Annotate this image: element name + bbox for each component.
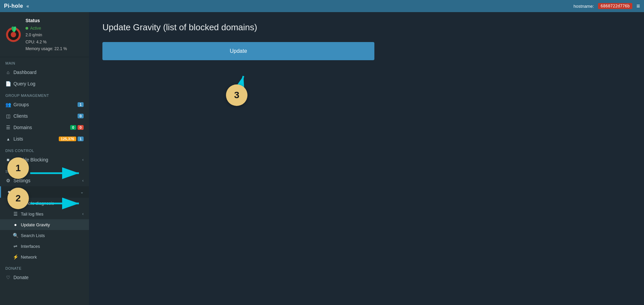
sidebar-item-domains[interactable]: ☰ Domains 0 0 — [0, 122, 89, 133]
settings-icon: ⚙ — [5, 178, 11, 183]
search-icon: 🔍 — [13, 233, 18, 238]
status-queries: 2.0 q/min — [26, 32, 67, 38]
sidebar: Status Active 2.0 q/min CPU: 4.2 % Memor… — [0, 12, 89, 305]
section-dns-control: DNS CONTROL — [0, 146, 89, 154]
diagnosis-icon: 📄 — [13, 200, 18, 206]
hostname-value: 6860722d776b — [598, 3, 633, 9]
update-gravity-button[interactable]: Update — [102, 42, 374, 60]
sidebar-item-clients[interactable]: ◫ Clients 0 — [0, 110, 89, 122]
status-cpu: CPU: 4.2 % — [26, 39, 67, 45]
section-group-management: GROUP MANAGEMENT — [0, 91, 89, 99]
topbar-left: Pi-hole « — [4, 3, 29, 9]
update-gravity-label: Update Gravity — [21, 222, 50, 227]
annotation-3-group: 3 — [217, 66, 257, 108]
chevron-tail-icon: ‹ — [82, 212, 84, 216]
network-icon: ⚡ — [13, 254, 18, 260]
querylog-label: Query Log — [13, 81, 35, 86]
donate-icon: ♡ — [5, 275, 11, 280]
donate-label: Donate — [13, 275, 29, 280]
sidebar-item-search-lists[interactable]: 🔍 Search Lists — [0, 230, 89, 241]
annotation-circle-3: 3 — [226, 84, 247, 106]
chevron-left-settings-icon: ‹ — [82, 178, 84, 183]
collapse-icon[interactable]: « — [27, 3, 29, 9]
status-memory: Memory usage: 22.1 % — [26, 45, 67, 52]
sidebar-item-tools[interactable]: ✦ Tools ⌄ — [0, 186, 89, 198]
sidebar-item-groups[interactable]: 👥 Groups 1 — [0, 99, 89, 110]
taillog-icon: ☰ — [13, 211, 18, 217]
lists-badge-orange: 125,376 — [59, 137, 76, 141]
status-active: Active — [26, 25, 67, 32]
disable-blocking-label: Disable Blocking — [13, 157, 48, 162]
clients-label: Clients — [13, 113, 28, 119]
sidebar-item-tail-log[interactable]: ☰ Tail log files ‹ — [0, 208, 89, 219]
clients-icon: ◫ — [5, 113, 11, 119]
update-gravity-icon: ● — [13, 222, 18, 227]
tools-label: Tools — [14, 189, 26, 195]
section-system: SYSTEM — [0, 167, 89, 175]
app-title: Pi-hole — [4, 3, 23, 9]
interfaces-icon: ⇌ — [13, 243, 18, 249]
sidebar-logo-area: Status Active 2.0 q/min CPU: 4.2 % Memor… — [0, 12, 89, 57]
sidebar-item-lists[interactable]: ▴ Lists 125,376 1 — [0, 133, 89, 145]
search-lists-label: Search Lists — [21, 233, 45, 238]
lists-badge-blue: 1 — [78, 137, 84, 141]
clients-badge: 0 — [78, 114, 84, 118]
sidebar-item-interfaces[interactable]: ⇌ Interfaces — [0, 241, 89, 252]
home-icon: ⌂ — [5, 70, 11, 75]
lists-icon: ▴ — [5, 136, 11, 142]
chevron-right-icon: ‹ — [82, 157, 84, 162]
section-main: MAIN — [0, 59, 89, 67]
block-icon: ■ — [5, 157, 11, 162]
status-title: Status — [26, 17, 67, 25]
lists-label: Lists — [13, 136, 23, 142]
domains-badge-red: 0 — [78, 125, 84, 130]
topbar: Pi-hole « hostname: 6860722d776b ≡ — [0, 0, 644, 12]
main-layout: Status Active 2.0 q/min CPU: 4.2 % Memor… — [0, 12, 644, 305]
sidebar-status: Status Active 2.0 q/min CPU: 4.2 % Memor… — [26, 17, 67, 52]
arrow-3-svg — [217, 66, 257, 106]
pihole-diagnosis-label: Pi-hole diagnosis — [21, 201, 54, 206]
sidebar-item-querylog[interactable]: 📄 Query Log — [0, 78, 89, 89]
file-icon: 📄 — [5, 81, 11, 86]
main-content: Update Gravity (list of blocked domains)… — [89, 12, 644, 305]
settings-label: Settings — [13, 178, 31, 183]
topbar-right: hostname: 6860722d776b ≡ — [573, 3, 640, 10]
groups-icon: 👥 — [5, 102, 11, 107]
sidebar-item-pihole-diagnosis[interactable]: 📄 Pi-hole diagnosis — [0, 198, 89, 208]
sidebar-item-update-gravity[interactable]: ● Update Gravity — [0, 219, 89, 230]
hostname-label: hostname: — [573, 4, 594, 9]
groups-label: Groups — [13, 102, 29, 107]
page-title: Update Gravity (list of blocked domains) — [102, 22, 631, 33]
domains-icon: ☰ — [5, 125, 11, 130]
network-label: Network — [21, 255, 37, 260]
sidebar-item-disable-blocking[interactable]: ■ Disable Blocking ‹ — [0, 154, 89, 165]
tail-log-label: Tail log files — [21, 212, 43, 217]
chevron-down-tools-icon: ⌄ — [80, 190, 84, 194]
domains-label: Domains — [13, 125, 32, 130]
svg-line-6 — [237, 76, 243, 100]
domains-badge-green: 0 — [70, 125, 76, 130]
sidebar-item-dashboard[interactable]: ⌂ Dashboard — [0, 67, 89, 78]
dashboard-label: Dashboard — [13, 70, 37, 75]
svg-point-2 — [11, 32, 16, 37]
sidebar-item-donate[interactable]: ♡ Donate — [0, 272, 89, 283]
interfaces-label: Interfaces — [21, 244, 40, 249]
tools-icon: ✦ — [6, 189, 12, 195]
section-donate: DONATE — [0, 264, 89, 272]
hamburger-icon[interactable]: ≡ — [636, 3, 640, 10]
pihole-logo — [5, 27, 21, 43]
sidebar-item-network[interactable]: ⚡ Network — [0, 252, 89, 262]
sidebar-item-settings[interactable]: ⚙ Settings ‹ — [0, 175, 89, 186]
groups-badge: 1 — [78, 102, 84, 107]
